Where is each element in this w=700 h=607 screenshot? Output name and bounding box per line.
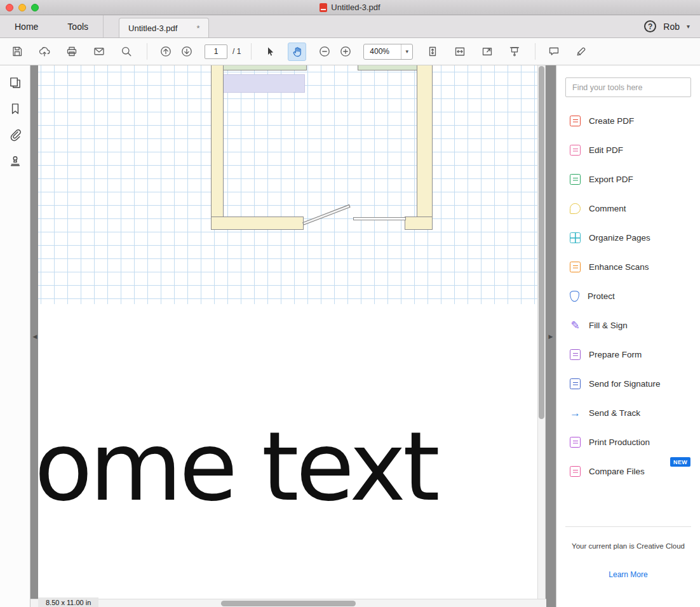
save-button[interactable] <box>8 43 26 61</box>
floorplan-wall-green-left <box>222 65 307 70</box>
save-icon <box>11 45 24 58</box>
learn-more-link[interactable]: Learn More <box>556 570 700 579</box>
zoom-level-value: 400% <box>364 47 401 56</box>
speech-bubble-icon <box>548 45 560 58</box>
collapse-left-pane-handle[interactable]: ◀ <box>31 330 39 344</box>
tool-enhance-scans[interactable]: Enhance Scans <box>556 252 700 281</box>
vertical-scrollbar-thumb[interactable] <box>539 66 544 419</box>
page-number-input[interactable] <box>205 44 227 59</box>
send-for-signature-icon <box>570 378 581 389</box>
enhance-scans-icon <box>570 262 581 272</box>
protect-shield-icon <box>570 291 579 302</box>
print-button[interactable] <box>62 43 81 61</box>
main-toolbar: / 1 400% ▾ <box>0 38 700 65</box>
vertical-scrollbar[interactable] <box>537 65 546 599</box>
email-button[interactable] <box>90 43 108 61</box>
comment-icon <box>570 203 581 214</box>
tools-list: Create PDF Edit PDF Export PDF Comment O… <box>556 106 700 486</box>
search-button[interactable] <box>117 43 135 61</box>
tool-compare-files[interactable]: Compare Files NEW <box>556 457 700 486</box>
zoom-out-button[interactable] <box>315 43 333 61</box>
horizontal-scrollbar-thumb[interactable] <box>221 601 356 606</box>
tab-home[interactable]: Home <box>0 15 53 37</box>
content-area: ome text ◀ ▶ 8.50 x 11.00 in Create PDF <box>0 65 700 607</box>
collapse-right-pane-handle[interactable]: ▶ <box>547 330 555 344</box>
fit-page-button[interactable] <box>423 43 441 61</box>
page-text: ome text <box>34 419 437 514</box>
tool-prepare-form[interactable]: Prepare Form <box>556 340 700 369</box>
minus-circle-icon <box>318 45 331 58</box>
tool-label: Fill & Sign <box>589 321 628 330</box>
chevron-down-icon[interactable]: ▾ <box>687 23 690 30</box>
projector-screen-icon <box>508 45 521 58</box>
minimize-window-button[interactable] <box>18 4 26 11</box>
hand-tool-button[interactable] <box>288 43 306 61</box>
user-menu-label[interactable]: Rob <box>663 22 680 32</box>
cloud-upload-button[interactable] <box>35 43 53 61</box>
tool-export-pdf[interactable]: Export PDF <box>556 164 700 194</box>
tab-tools[interactable]: Tools <box>53 15 103 37</box>
attachments-button[interactable] <box>7 126 24 143</box>
tool-create-pdf[interactable]: Create PDF <box>556 106 700 135</box>
tab-close-icon[interactable]: * <box>196 24 199 32</box>
tools-search-input[interactable] <box>565 77 691 97</box>
tab-home-label: Home <box>15 22 38 32</box>
tool-label: Send & Track <box>589 408 640 418</box>
bookmarks-button[interactable] <box>7 100 24 117</box>
traffic-lights <box>6 4 39 11</box>
floorplan-wall-bottom-left <box>211 217 304 230</box>
tab-tools-label: Tools <box>67 22 88 32</box>
toolbar-separator <box>251 43 252 60</box>
window-title: Untitled-3.pdf <box>331 3 380 12</box>
highlight-tool-button[interactable] <box>572 43 590 61</box>
prepare-form-icon <box>570 349 581 360</box>
read-mode-button[interactable] <box>478 43 496 61</box>
presentation-button[interactable] <box>505 43 523 61</box>
tool-label: Comment <box>589 204 626 213</box>
chevron-down-icon[interactable]: ▾ <box>401 44 412 59</box>
floorplan-wall-left <box>211 65 224 230</box>
horizontal-scrollbar[interactable] <box>30 599 546 607</box>
fit-page-icon <box>426 45 439 58</box>
tool-send-and-track[interactable]: Send & Track <box>556 398 700 427</box>
tool-send-for-signature[interactable]: Send for Signature <box>556 369 700 398</box>
search-icon <box>120 45 133 58</box>
tab-document[interactable]: Untitled-3.pdf * <box>119 18 209 37</box>
tool-comment[interactable]: Comment <box>556 194 700 223</box>
bookmark-icon <box>8 102 22 116</box>
acrobat-window: Untitled-3.pdf Home Tools Untitled-3.pdf… <box>0 0 700 607</box>
next-page-button[interactable] <box>177 43 196 61</box>
paperclip-icon <box>8 128 22 142</box>
pdf-page[interactable]: ome text <box>38 65 537 607</box>
tool-print-production[interactable]: Print Production <box>556 427 700 457</box>
tool-organize-pages[interactable]: Organize Pages <box>556 223 700 252</box>
tool-label: Organize Pages <box>589 233 650 243</box>
page-thumbnails-button[interactable] <box>7 74 24 91</box>
page-count-label: / 1 <box>232 47 241 56</box>
zoom-window-button[interactable] <box>31 4 39 11</box>
help-icon[interactable]: ? <box>644 20 656 32</box>
tool-label: Print Production <box>589 437 650 447</box>
signatures-button[interactable] <box>7 152 24 169</box>
previous-page-button[interactable] <box>156 43 175 61</box>
tool-label: Edit PDF <box>589 145 623 155</box>
select-tool-button[interactable] <box>260 43 279 61</box>
toolbar-separator <box>147 43 147 60</box>
page-thumbnails-icon <box>8 76 22 90</box>
edit-pdf-icon <box>570 145 581 156</box>
close-window-button[interactable] <box>6 4 13 11</box>
stamp-icon <box>8 154 22 168</box>
tool-protect[interactable]: Protect <box>556 281 700 310</box>
tabbar-right-group: ? Rob ▾ <box>644 15 700 37</box>
create-pdf-icon <box>570 116 581 126</box>
comment-tool-button[interactable] <box>544 43 563 61</box>
organize-pages-icon <box>570 232 581 243</box>
zoom-level-select[interactable]: 400% ▾ <box>363 44 413 60</box>
left-navigation-pane <box>0 65 30 607</box>
new-badge: NEW <box>670 457 690 467</box>
email-icon <box>93 45 105 58</box>
fit-width-button[interactable] <box>450 43 469 61</box>
tool-edit-pdf[interactable]: Edit PDF <box>556 135 700 164</box>
zoom-in-button[interactable] <box>336 43 354 61</box>
tool-fill-sign[interactable]: Fill & Sign <box>556 310 700 340</box>
